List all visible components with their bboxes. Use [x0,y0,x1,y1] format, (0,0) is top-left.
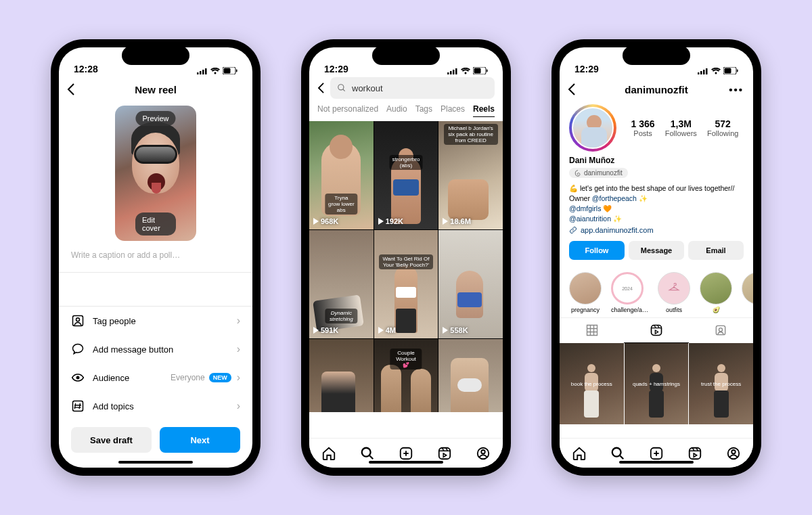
tab-search[interactable] [360,446,375,461]
bio-link-aianutrition[interactable]: @aianutrition [569,215,611,223]
tab-home[interactable] [572,446,587,461]
reel-tile[interactable] [309,339,374,412]
home-indicator[interactable] [369,461,443,464]
caption-input[interactable]: Write a caption or add a poll… [59,250,252,272]
reel-tile[interactable]: Want To Get Rid Of Your 'Belly Pooch?' 4… [374,230,438,338]
tab-profile[interactable] [476,446,491,461]
reel-tile[interactable]: book the process [560,343,624,424]
option-tag-people[interactable]: Tag people › [59,307,252,335]
play-icon [378,327,384,334]
tab-search[interactable] [610,446,625,461]
story-ring[interactable] [569,104,616,152]
bio-link-forthepeach[interactable]: @forthepeach [592,194,637,202]
option-audience[interactable]: Audience Everyone NEW › [59,363,252,392]
option-label: Tag people [93,316,136,326]
home-indicator[interactable] [619,461,694,464]
more-button[interactable]: ••• [729,84,744,95]
reel-tile[interactable]: Dynamic stretching 591K [309,230,374,338]
edit-cover-button[interactable]: Edit cover [135,212,176,236]
svg-rect-30 [737,70,738,72]
profile-link[interactable]: app.danimunozfit.com [569,226,744,234]
highlight-outfits[interactable]: outfits [658,272,690,313]
chevron-right-icon: › [237,372,240,384]
chevron-right-icon: › [237,315,240,327]
stat-posts[interactable]: 1 366 Posts [631,118,655,137]
reel-tile[interactable]: Michael b Jordan's six pack ab routine f… [438,121,503,229]
reel-cover-preview[interactable]: Preview Edit cover [115,106,196,241]
next-button[interactable]: Next [160,427,240,453]
tab-reels-profile[interactable] [624,318,688,343]
svg-rect-17 [487,70,488,72]
highlight-pregnancy[interactable]: pregnancy [569,272,602,313]
chevron-left-icon [568,83,576,95]
save-draft-button[interactable]: Save draft [71,427,152,453]
tab-not-personalized[interactable]: Not personalized [317,104,378,117]
tab-tagged[interactable] [689,318,753,343]
reel-tile[interactable] [438,339,503,412]
back-button[interactable] [317,83,325,93]
battery-icon [223,67,238,74]
profile-icon [726,446,741,461]
notch [372,46,440,65]
highlight-more[interactable]: sel [742,272,753,313]
option-label: Audience [93,373,129,383]
reel-tile[interactable]: quads + hamstrings [625,343,689,424]
tile-caption: Michael b Jordan's six pack ab routine f… [444,124,498,145]
option-add-message[interactable]: Add message button › [59,335,252,363]
plus-square-icon [399,446,413,461]
tab-profile[interactable] [726,446,741,461]
svg-rect-14 [455,68,457,74]
reel-tile[interactable]: trust the process [689,343,753,424]
follow-button[interactable]: Follow [569,241,625,260]
message-button[interactable]: Message [629,241,684,260]
tab-grid[interactable] [560,318,624,343]
tab-reels[interactable] [687,446,702,461]
reel-tile[interactable]: strongerbro (abs) 192K [374,121,438,229]
reel-tile[interactable]: Tryna grow lower abs 968K [309,121,374,229]
svg-rect-2 [202,70,204,74]
tab-reels[interactable] [437,446,452,461]
figure-shape-2 [411,369,431,412]
signal-icon [447,68,458,74]
svg-rect-31 [651,326,661,336]
back-button[interactable] [67,83,75,95]
tab-tags[interactable]: Tags [415,104,432,117]
svg-rect-11 [447,72,449,74]
reel-tile[interactable]: Couple Workout💕 [374,339,438,412]
reel-tile[interactable]: 558K [438,230,503,338]
svg-rect-7 [73,316,83,326]
shorts-shape [393,179,419,196]
search-input[interactable]: workout [330,77,495,99]
play-count: 558K [443,326,468,334]
avatar-body [581,127,607,149]
bio-link-dmfgirls[interactable]: @dmfgirls [569,204,601,212]
tab-create[interactable] [649,446,664,461]
tab-home[interactable] [321,446,336,461]
svg-rect-13 [453,70,455,74]
figure-shape [448,179,489,220]
svg-point-33 [719,328,723,332]
highlight-challenge[interactable]: 2024 challenge/a… [611,272,648,313]
tab-reels[interactable]: Reels [473,104,495,117]
option-add-topics[interactable]: Add topics › [59,392,252,420]
highlight-food[interactable]: 🥑 [700,272,732,313]
svg-rect-24 [698,72,700,74]
home-indicator[interactable] [118,461,193,464]
svg-rect-10 [73,401,83,411]
email-button[interactable]: Email [688,241,744,260]
back-button[interactable] [568,83,576,95]
stat-following[interactable]: 572 Following [707,118,738,137]
preview-badge[interactable]: Preview [135,111,175,126]
threads-link[interactable]: danimunozfit [569,168,628,178]
svg-rect-6 [236,70,238,72]
tagged-icon [714,323,727,337]
svg-rect-16 [474,68,481,74]
stat-followers[interactable]: 1,3M Followers [665,118,697,137]
svg-point-8 [76,318,80,321]
tab-create[interactable] [399,446,413,461]
nav-bar: New reel [59,77,252,102]
svg-rect-5 [224,68,231,74]
play-count: 4M [378,326,396,334]
tab-places[interactable]: Places [441,104,465,117]
tab-audio[interactable]: Audio [386,104,407,117]
